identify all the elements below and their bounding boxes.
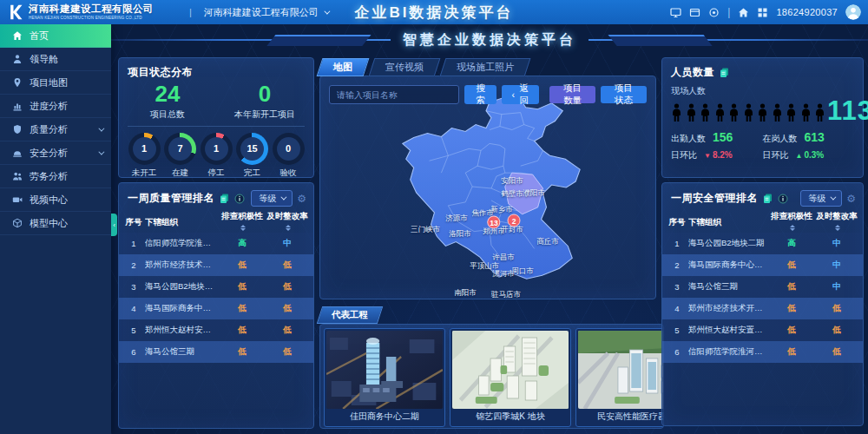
- person-icon: [671, 102, 682, 123]
- sort-icon: [286, 222, 291, 233]
- sidebar-item-home[interactable]: 首页: [0, 24, 111, 48]
- panel-title: 一周质量管理排名: [128, 191, 214, 206]
- org-selector[interactable]: | 河南科建建设工程有限公司: [187, 6, 328, 19]
- gear-icon[interactable]: ⚙: [297, 194, 306, 204]
- org-selector-label: 河南科建建设工程有限公司: [204, 6, 319, 19]
- person-icons: [671, 102, 825, 123]
- info-icon[interactable]: [778, 194, 788, 204]
- table-row[interactable]: 4郑州市经济技术开发区青...低低: [662, 298, 863, 319]
- donut-completed: 15 完工: [235, 133, 270, 179]
- grid-icon[interactable]: [757, 7, 768, 18]
- back-button[interactable]: ‹返回: [502, 85, 539, 104]
- sort-icon: [790, 222, 795, 233]
- project-image-night: [326, 331, 443, 409]
- table-row[interactable]: 3海马公馆三期低中: [662, 276, 863, 298]
- top-bar: 河南科建建设工程有限公司 HENAN KEJIAN CONSTRUCTION E…: [0, 0, 868, 24]
- main-area: 智慧企业数据决策平台 项目状态分布 24 项目总数 0 本年新开工项目: [111, 24, 868, 434]
- sidebar-item-model[interactable]: 模型中心: [0, 212, 111, 235]
- person-icon: [800, 102, 812, 123]
- sidebar-item-labor[interactable]: 劳务分析: [0, 165, 111, 188]
- safety-table: 序号 下辖组织 排查积极性 及时整改率 1海马公园B2地块二期高中 2海马国际商…: [662, 212, 863, 363]
- chevron-down-icon: [831, 194, 837, 201]
- video-icon: [12, 194, 23, 205]
- logo-k-icon: [7, 3, 24, 21]
- avatar[interactable]: [845, 4, 861, 20]
- app-title: 企业BI数据决策平台: [355, 0, 514, 24]
- search-button[interactable]: 搜索: [464, 85, 496, 104]
- home-icon: [12, 30, 23, 41]
- sort-icon: [240, 222, 246, 233]
- sidebar-item-quality[interactable]: 质量分析: [0, 118, 111, 141]
- person-icon: [743, 102, 754, 123]
- level-filter-dropdown[interactable]: 等级: [251, 190, 293, 207]
- table-header: 序号 下辖组织 排查积极性 及时整改率: [119, 212, 313, 233]
- project-count-button[interactable]: 项目数量: [549, 86, 595, 103]
- banner: 智慧企业数据决策平台: [111, 24, 868, 56]
- sidebar-item-project-map[interactable]: 项目地图: [0, 71, 111, 95]
- project-caption: 佳田商务中心二期: [326, 409, 443, 424]
- donut-in-progress: 7 在建: [163, 133, 198, 179]
- company-name-en: HENAN KEJIAN CONSTRUCTION ENGINEERING CO…: [29, 16, 154, 21]
- people-icon: [12, 171, 23, 181]
- table-header: 序号 下辖组织 排查积极性 及时整改率: [662, 212, 863, 233]
- search-input[interactable]: [329, 85, 459, 104]
- project-image-day: [452, 331, 569, 409]
- table-row[interactable]: 5郑州恒大赵村安置区A-0...低低: [119, 319, 313, 341]
- table-row[interactable]: 3海马公园B2地块二期低低: [119, 276, 313, 298]
- sidebar-collapse-handle[interactable]: ‹: [111, 214, 117, 236]
- project-card[interactable]: 民安高性能医疗器械: [575, 328, 664, 427]
- tab-representative-projects[interactable]: 代表工程: [319, 306, 380, 324]
- project-card[interactable]: 佳田商务中心二期: [324, 328, 445, 427]
- project-badge-kaifeng[interactable]: 2: [508, 214, 521, 227]
- donut-not-started: 1 未开工: [127, 133, 161, 179]
- panel-title: 项目状态分布: [128, 65, 193, 80]
- window-icon[interactable]: [689, 7, 700, 18]
- table-row[interactable]: 1海马公园B2地块二期高中: [662, 233, 863, 254]
- tab-site-photos[interactable]: 现场施工照片: [443, 58, 528, 76]
- tab-map[interactable]: 地图: [319, 58, 366, 76]
- panel-title: 人员数量: [671, 65, 714, 80]
- person-icon: [772, 102, 783, 123]
- helmet-icon: [12, 148, 23, 158]
- map-tabs: 地图 宣传视频 现场施工照片: [319, 58, 528, 76]
- sidebar-item-safety[interactable]: 安全分析: [0, 141, 111, 165]
- info-icon[interactable]: [234, 194, 245, 204]
- table-row[interactable]: 4海马国际商务中心A1地...低低: [119, 298, 313, 319]
- gear-icon[interactable]: ⚙: [846, 194, 856, 204]
- table-row[interactable]: 5郑州恒大赵村安置区A-0...低低: [662, 319, 863, 341]
- banner-decoration-left: [111, 34, 391, 46]
- quality-table: 序号 下辖组织 排查积极性 及时整改率 1信阳师范学院淮河校区二...高中 2郑…: [119, 212, 313, 363]
- sidebar-item-progress[interactable]: 进度分析: [0, 95, 111, 118]
- company-name: 河南科建建设工程有限公司: [29, 4, 154, 15]
- chevron-down-icon: [98, 125, 104, 131]
- onduty-stat: 在岗人数613 日环比▲0.3%: [763, 130, 855, 166]
- sidebar-item-video[interactable]: 视频中心: [0, 188, 111, 212]
- company-logo: 河南科建建设工程有限公司 HENAN KEJIAN CONSTRUCTION E…: [0, 3, 187, 21]
- level-filter-dropdown[interactable]: 等级: [800, 190, 842, 207]
- person-icon: [757, 102, 768, 123]
- representative-projects-panel: 佳田商务中心二期 锦艺四季城: [319, 324, 664, 429]
- table-row[interactable]: 6信阳师范学院淮河校区二...低低: [662, 341, 863, 363]
- project-card[interactable]: 锦艺四季城K 地块: [450, 328, 571, 427]
- cube-icon: [12, 218, 23, 228]
- target-icon[interactable]: [708, 7, 720, 18]
- home-icon[interactable]: [738, 7, 749, 18]
- shield-icon: [12, 124, 23, 135]
- project-status-button[interactable]: 项目状态: [601, 86, 647, 103]
- total-projects-stat: 24 项目总数: [119, 82, 216, 121]
- document-icon: [219, 193, 230, 204]
- table-row[interactable]: 1信阳师范学院淮河校区二...高中: [119, 233, 313, 254]
- table-row[interactable]: 2郑州市经济技术开发区青...低低: [119, 254, 313, 276]
- donut-stopped: 1 停工: [199, 133, 233, 179]
- person-icon: [814, 102, 825, 123]
- sidebar-item-leader[interactable]: 领导舱: [0, 48, 111, 71]
- tab-promo-video[interactable]: 宣传视频: [372, 58, 437, 76]
- monitor-icon[interactable]: [670, 7, 681, 18]
- onsite-count-label: 现场人数: [662, 80, 863, 97]
- henan-province-map[interactable]: 安阳市 鹤壁市 濮阳市 新乡市 焦作市 济源市 三门峡市 洛阳市 郑州市 开封市…: [320, 76, 655, 299]
- up-arrow-icon: ▲: [796, 152, 803, 160]
- attendance-stat: 出勤人数156 日环比▼8.2%: [671, 130, 763, 166]
- table-row[interactable]: 2海马国际商务中心A1地...低中: [662, 254, 863, 276]
- table-row[interactable]: 6海马公馆三期低低: [119, 341, 313, 363]
- sort-icon: [835, 222, 840, 233]
